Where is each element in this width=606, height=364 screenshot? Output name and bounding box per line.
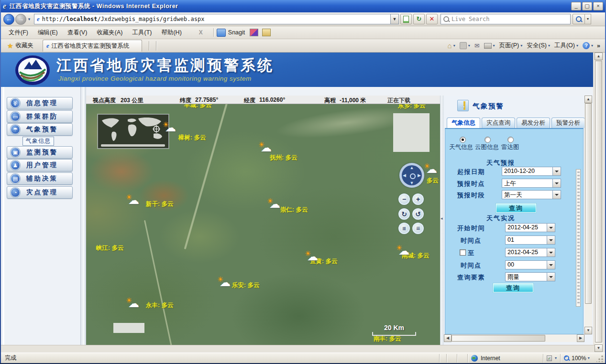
help-button[interactable]: ?	[581, 41, 595, 50]
hour-point-select[interactable]: 01	[505, 236, 555, 245]
weather-sun-cloud-icon[interactable]: ☀☁	[424, 164, 438, 175]
forecast-time-select[interactable]: 上午	[502, 179, 561, 188]
panel-horizontal-scrollbar[interactable]: ◀ ▶	[444, 334, 584, 342]
weather-sun-cloud-icon[interactable]: ☀☁	[163, 122, 177, 134]
scroll-down-icon[interactable]: ▼	[584, 327, 592, 334]
start-time-select[interactable]: 2012-04-25	[505, 223, 555, 232]
zoom-out-button[interactable]: −	[398, 193, 410, 205]
weather-sun-cloud-icon[interactable]: ☀☁	[126, 298, 140, 310]
address-field[interactable]: e http://localhost/Jxdzwebgis_mapgis/gri…	[34, 14, 391, 24]
overflow-chevron-icon[interactable]: »	[597, 43, 600, 49]
menu-help[interactable]: 帮助(H)	[156, 27, 186, 38]
map-canvas[interactable]: 丰城: 多云东乡: 多云樟树: 多云☀☁抚州: 多云☀☁多云☀☁新干: 多云☀☁…	[86, 104, 440, 345]
scroll-up-icon[interactable]: ▲	[584, 96, 592, 103]
refresh-button[interactable]: ↻	[413, 14, 425, 24]
menu-favorites[interactable]: 收藏夹(A)	[92, 27, 127, 38]
dropdown-arrow-icon[interactable]	[552, 191, 561, 199]
forecast-period-select[interactable]: 第一天	[502, 190, 561, 199]
protected-mode-button[interactable]: ✓	[543, 354, 560, 363]
search-go-button[interactable]	[573, 14, 585, 24]
page-vertical-scrollbar[interactable]: ▲ ▼	[595, 53, 603, 353]
page-tab[interactable]: e 江西省地质灾害监测预警系统	[43, 40, 142, 52]
sidebar-subitem-weather-info[interactable]: 气象信息	[22, 137, 54, 146]
home-button[interactable]: ⌂	[446, 41, 457, 51]
compatibility-view-button[interactable]	[400, 14, 412, 24]
menu-edit[interactable]: 编辑(E)	[33, 27, 63, 38]
tab-hazard-query[interactable]: 灾点查询	[482, 118, 515, 128]
maximize-button[interactable]: ▢	[582, 2, 592, 11]
scroll-left-icon[interactable]: ◀	[444, 334, 452, 342]
feeds-button[interactable]	[458, 41, 472, 50]
weather-sun-cloud-icon[interactable]: ☀☁	[217, 277, 231, 289]
address-dropdown-button[interactable]: ▼	[391, 14, 399, 24]
url-text[interactable]: http://localhost/Jxdzwebgis_mapgis/gridw…	[42, 16, 205, 22]
tilt-button[interactable]: |||	[398, 223, 410, 234]
radio-label-weather-info[interactable]: 天气信息	[449, 143, 473, 151]
radio-cloud-image[interactable]	[485, 137, 491, 143]
sidebar-splitter[interactable]	[81, 87, 86, 345]
search-input[interactable]: Live Search	[441, 14, 571, 24]
sidebar-item-monitor-warning[interactable]: ▣ 监测预警	[7, 146, 73, 159]
panel-splitter[interactable]: ◂	[440, 96, 444, 345]
tools-menu-button[interactable]: 工具(O)	[553, 41, 580, 51]
scroll-up-icon[interactable]: ▲	[595, 53, 603, 60]
radio-label-cloud-image[interactable]: 云图信息	[475, 143, 499, 151]
search-options-dropdown[interactable]: ▾	[585, 14, 591, 24]
world-overview-inset[interactable]	[98, 115, 168, 148]
pan-right-icon[interactable]: ▶	[418, 173, 421, 178]
radio-weather-info[interactable]	[460, 137, 466, 143]
radio-label-radar-image[interactable]: 雷达图	[501, 143, 519, 151]
nav-history-dropdown[interactable]: ▾	[26, 17, 32, 21]
weather-sun-cloud-icon[interactable]: ☀☁	[126, 195, 140, 206]
sidebar-item-group-prevention[interactable]: ▭ 群策群防	[7, 110, 73, 123]
tab-weather-info[interactable]: 气象信息	[447, 118, 480, 128]
minimize-button[interactable]: _	[571, 2, 581, 11]
query-element-select[interactable]: 雨量	[505, 272, 555, 281]
read-mail-button[interactable]: ✉	[473, 41, 481, 50]
weather-sun-cloud-icon[interactable]: ☀☁	[396, 246, 410, 257]
close-button[interactable]: ×	[593, 2, 603, 11]
page-menu-button[interactable]: 页面(P)	[498, 41, 524, 51]
sidebar-item-user-mgmt[interactable]: ♟ 用户管理	[7, 159, 73, 171]
sidebar-item-decision-support[interactable]: ▤ 辅助决策	[7, 172, 73, 185]
zoom-control[interactable]: 100%	[560, 354, 594, 363]
forecast-query-button[interactable]: 查询	[496, 203, 536, 213]
dropdown-arrow-icon[interactable]	[552, 167, 561, 175]
scrollbar-thumb[interactable]	[452, 335, 545, 342]
scroll-down-icon[interactable]: ▼	[595, 344, 603, 352]
weather-sun-cloud-icon[interactable]: ☀☁	[258, 142, 273, 154]
snagit-icon[interactable]	[217, 29, 226, 37]
snagit-capture-icon[interactable]	[250, 29, 258, 36]
scrollbar-thumb[interactable]	[595, 61, 602, 343]
safety-menu-button[interactable]: 安全(S)	[525, 41, 551, 51]
actual-query-button[interactable]: 查询	[493, 283, 533, 292]
title-bar[interactable]: e 江西省地质灾害监测预警系统 - Windows Internet Explo…	[0, 0, 606, 12]
forward-button[interactable]: →	[15, 14, 26, 25]
dropdown-arrow-icon[interactable]	[547, 261, 555, 269]
collapse-arrow-icon[interactable]: ◂	[441, 216, 443, 221]
flatten-button[interactable]: ≡	[412, 223, 424, 234]
panel-vertical-scrollbar[interactable]: ▲ ▼	[584, 96, 592, 334]
dropdown-arrow-icon[interactable]	[552, 179, 561, 187]
radio-radar-image[interactable]	[507, 137, 514, 143]
sidebar-item-info-mgmt[interactable]: ≫ 信息管理	[7, 97, 73, 109]
tab-susceptibility-analysis[interactable]: 易发分析	[517, 118, 550, 128]
end-time-select[interactable]: 2012-04-25	[505, 248, 555, 257]
dropdown-arrow-icon[interactable]	[547, 273, 555, 281]
scrollbar-thumb[interactable]	[585, 103, 592, 304]
favorites-button[interactable]: ★ 收藏夹	[3, 40, 38, 52]
sidebar-item-weather-warning[interactable]: ☂ 气象预警	[7, 123, 73, 136]
resize-grip[interactable]	[596, 354, 604, 362]
menu-tools[interactable]: 工具(T)	[127, 27, 156, 38]
dropdown-arrow-icon[interactable]	[547, 224, 555, 232]
sidebar-item-hazard-point-mgmt[interactable]: ◔ 灾点管理	[7, 186, 73, 199]
to-date-checkbox[interactable]	[460, 249, 466, 256]
dropdown-arrow-icon[interactable]	[547, 236, 555, 244]
snagit-profile-icon[interactable]	[262, 29, 271, 36]
pan-down-icon[interactable]: ▼	[410, 181, 414, 185]
weather-sun-cloud-icon[interactable]: ☀☁	[305, 251, 319, 263]
menu-file[interactable]: 文件(F)	[4, 27, 33, 38]
snagit-label[interactable]: Snagit	[228, 29, 245, 36]
rotate-cw-button[interactable]: ↻	[398, 208, 410, 220]
print-button[interactable]	[483, 42, 496, 50]
